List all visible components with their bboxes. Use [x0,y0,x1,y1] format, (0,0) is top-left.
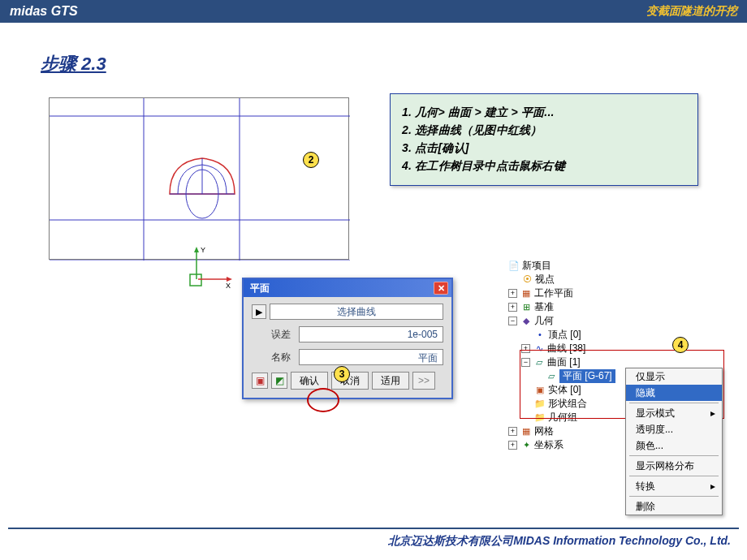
tool-icon[interactable]: ◩ [271,373,287,389]
tree-coord[interactable]: 坐标系 [534,438,563,452]
annotation-3: 3 [334,366,350,382]
tree-datum[interactable]: 基准 [534,300,554,314]
shape-group-icon: 📁 [534,398,546,410]
svg-marker-10 [194,247,199,252]
tree-geo-group[interactable]: 几何组 [548,411,577,424]
dialog-titlebar[interactable]: 平面 ✕ [244,279,451,297]
mesh-icon: ▦ [520,426,532,437]
tree-surface[interactable]: 曲面 [1] [547,355,581,369]
surface-icon: ▱ [533,357,545,368]
tree-solid[interactable]: 实体 [0] [548,383,581,397]
instruction-line: 2. 选择曲线（见图中红线） [402,123,686,138]
project-icon: 📄 [508,261,520,272]
geometry-icon: ◆ [520,316,532,327]
step-title: 步骤 2.3 [41,52,747,76]
plane-dialog: 平面 ✕ ▶ 选择曲线 误差 1e-005 名称 平面 ▣ ◩ 确认 取消 适用… [242,278,453,399]
instruction-line: 4. 在工作树目录中点击鼠标右键 [402,159,686,174]
select-curve-field[interactable]: 选择曲线 [270,304,443,320]
svg-text:X: X [226,282,231,290]
axis-widget: Y X [187,243,235,292]
tree-mesh[interactable]: 网格 [534,424,554,438]
collapse-icon[interactable]: − [521,358,530,367]
vertex-icon: • [534,330,546,341]
work-tree[interactable]: 📄 新项目 ⦿ 视点 + ▦ 工作平面 + ⊞ 基准 − ◆ 几何 • 顶点 [… [503,259,615,452]
menu-separator [629,496,719,497]
tree-project[interactable]: 新项目 [522,259,551,273]
footer-separator [8,528,739,529]
menu-delete[interactable]: 删除 [626,498,722,515]
context-menu[interactable]: 仅显示 隐藏 显示模式▸ 透明度... 颜色... 显示网格分布 转换▸ 删除 [625,368,723,515]
tolerance-input[interactable]: 1e-005 [299,326,443,342]
tree-geometry[interactable]: 几何 [534,314,554,328]
solid-icon: ▣ [534,385,546,396]
menu-show-mesh[interactable]: 显示网格分布 [626,458,722,474]
tree-plane[interactable]: 平面 [G-67] [559,369,615,383]
coord-icon: ✦ [520,440,532,451]
menu-color[interactable]: 颜色... [626,437,722,454]
menu-hide[interactable]: 隐藏 [626,385,722,401]
tree-workplane[interactable]: 工作平面 [534,286,573,300]
menu-transform[interactable]: 转换▸ [626,478,722,494]
menu-separator [629,455,719,456]
next-button[interactable]: >> [412,372,435,390]
svg-text:Y: Y [201,246,205,254]
plane-icon: ▱ [546,371,557,382]
ok-button[interactable]: 确认 [291,372,328,390]
viewpoint-icon: ⦿ [521,274,533,286]
slide-subtitle: 变截面隧道的开挖 [646,4,737,19]
annotation-2: 2 [303,152,319,168]
expand-icon[interactable]: + [508,427,517,436]
svg-rect-8 [190,274,201,286]
instruction-box: 1. 几何> 曲面 > 建立 > 平面... 2. 选择曲线（见图中红线） 3.… [390,93,698,186]
tree-curve[interactable]: 曲线 [38] [547,342,585,355]
datum-icon: ⊞ [520,302,532,313]
viewport [49,97,349,260]
geo-group-icon: 📁 [534,412,546,424]
apply-button[interactable]: 适用 [372,372,409,390]
display-icon[interactable]: ▣ [252,373,268,389]
chevron-right-icon: ▸ [710,480,715,492]
footer-text: 北京迈达斯技术有限公司MIDAS Information Technology … [388,534,731,549]
menu-display-mode[interactable]: 显示模式▸ [626,405,722,421]
name-label: 名称 [252,351,291,364]
app-title: midas GTS [10,4,78,19]
select-arrow-icon[interactable]: ▶ [252,304,266,319]
chevron-right-icon: ▸ [710,407,715,419]
instruction-line: 3. 点击[确认] [402,141,686,156]
expand-icon[interactable]: + [508,289,517,298]
curve-icon: ∿ [533,343,545,355]
workplane-icon: ▦ [520,288,532,299]
expand-icon[interactable]: + [521,344,530,353]
tree-vertex[interactable]: 顶点 [0] [548,328,581,342]
tree-viewpoint[interactable]: 视点 [535,273,555,286]
dialog-title: 平面 [250,282,270,295]
expand-icon[interactable]: + [508,303,517,312]
menu-separator [629,403,719,403]
expand-icon[interactable]: + [508,441,517,450]
name-input[interactable]: 平面 [299,349,443,365]
menu-show-only[interactable]: 仅显示 [626,368,722,385]
close-icon[interactable]: ✕ [434,282,448,295]
collapse-icon[interactable]: − [508,317,517,325]
menu-transparency[interactable]: 透明度... [626,421,722,437]
tree-shape-group[interactable]: 形状组合 [548,397,587,411]
menu-separator [629,476,719,476]
instruction-line: 1. 几何> 曲面 > 建立 > 平面... [402,106,686,120]
tolerance-label: 误差 [252,328,291,342]
header-bar: midas GTS 变截面隧道的开挖 [0,0,747,23]
annotation-4: 4 [672,337,689,353]
